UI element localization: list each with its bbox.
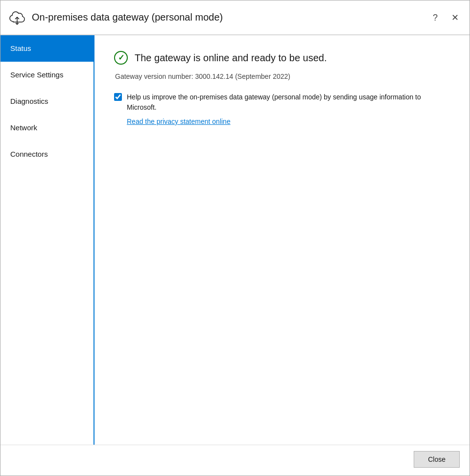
sidebar-item-connectors[interactable]: Connectors [0, 141, 94, 167]
close-button[interactable]: Close [414, 451, 460, 468]
sidebar-item-diagnostics[interactable]: Diagnostics [0, 88, 94, 115]
status-message: The gateway is online and ready to be us… [135, 52, 327, 64]
footer: Close [0, 445, 470, 476]
sidebar-item-status[interactable]: Status [0, 35, 94, 62]
content-area: ✓ The gateway is online and ready to be … [94, 35, 470, 445]
window-controls: ? ✕ [430, 11, 462, 24]
telemetry-checkbox[interactable] [114, 93, 122, 101]
sidebar-item-service-settings[interactable]: Service Settings [0, 62, 94, 88]
help-button[interactable]: ? [430, 11, 441, 24]
telemetry-label: Help us improve the on-premises data gat… [127, 92, 450, 113]
main-area: Status Service Settings Diagnostics Netw… [0, 35, 470, 445]
telemetry-checkbox-row: Help us improve the on-premises data gat… [114, 92, 450, 113]
window-title: On-premises data gateway (personal mode) [32, 12, 430, 23]
sidebar: Status Service Settings Diagnostics Netw… [0, 35, 94, 445]
status-row: ✓ The gateway is online and ready to be … [114, 51, 450, 65]
privacy-link[interactable]: Read the privacy statement online [127, 118, 450, 125]
version-text: Gateway version number: 3000.142.14 (Sep… [115, 72, 450, 80]
main-window: On-premises data gateway (personal mode)… [0, 0, 470, 476]
title-bar: On-premises data gateway (personal mode)… [0, 0, 470, 35]
gateway-icon [8, 9, 26, 26]
status-online-icon: ✓ [114, 51, 128, 65]
close-window-button[interactable]: ✕ [448, 11, 462, 24]
sidebar-item-network[interactable]: Network [0, 115, 94, 141]
